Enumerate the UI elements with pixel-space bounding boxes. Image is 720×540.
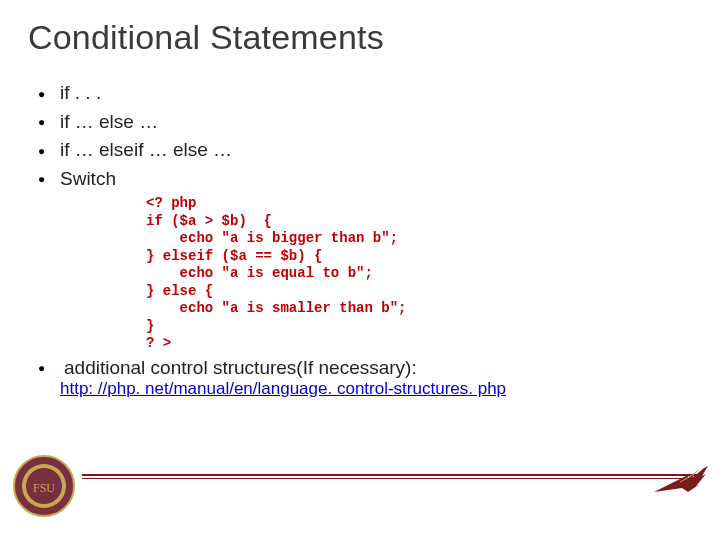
bullet-item: Switch	[60, 165, 692, 194]
spear-icon	[652, 462, 710, 500]
reference-link[interactable]: http: //php. net/manual/en/language. con…	[28, 379, 506, 399]
footer-divider	[82, 474, 698, 478]
code-block: <? php if ($a > $b) { echo "a is bigger …	[28, 195, 692, 353]
bullet-item-additional: additional control structures(If necessa…	[38, 357, 692, 379]
bullet-item: if . . .	[60, 79, 692, 108]
svg-text:FSU: FSU	[33, 481, 55, 495]
lower-bullet-list: additional control structures(If necessa…	[28, 357, 692, 379]
slide: Conditional Statements if . . . if … els…	[0, 0, 720, 540]
bullet-item: if … else …	[60, 108, 692, 137]
fsu-seal-icon: FSU	[12, 454, 76, 518]
bullet-list: if . . . if … else … if … elseif … else …	[28, 79, 692, 193]
slide-title: Conditional Statements	[28, 18, 692, 57]
bullet-item: if … elseif … else …	[60, 136, 692, 165]
